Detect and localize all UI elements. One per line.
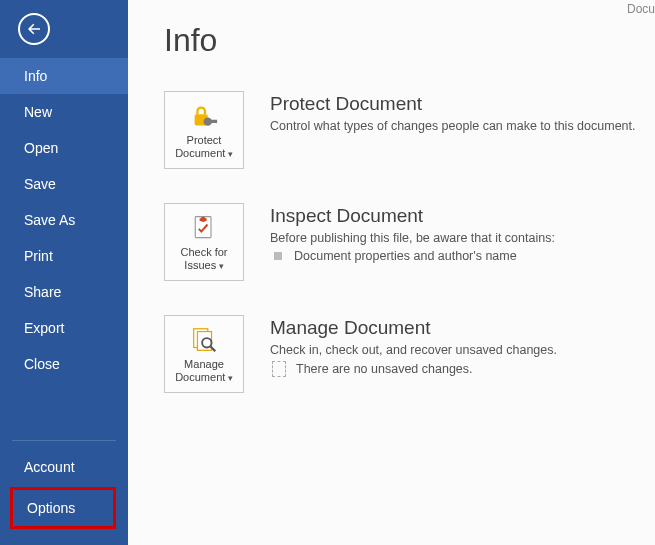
manage-note: There are no unsaved changes. <box>270 361 557 377</box>
section-title: Protect Document <box>270 93 636 115</box>
bullet-text: Document properties and author's name <box>294 249 517 263</box>
section-desc: Check in, check out, and recover unsaved… <box>270 343 557 357</box>
sidebar-item-label: Open <box>24 140 58 156</box>
sidebar-separator <box>12 440 116 441</box>
tile-label: Manage Document <box>165 358 243 383</box>
sidebar-item-label: Info <box>24 68 47 84</box>
section-text: Manage Document Check in, check out, and… <box>270 315 557 377</box>
sidebar-item-new[interactable]: New <box>0 94 128 130</box>
sidebar-item-close[interactable]: Close <box>0 346 128 382</box>
sidebar-item-account[interactable]: Account <box>0 449 128 485</box>
sidebar-item-label: Save As <box>24 212 75 228</box>
bullet-icon <box>274 252 282 260</box>
check-for-issues-button[interactable]: Check for Issues <box>164 203 244 281</box>
doc-title-partial: Docu <box>627 2 655 16</box>
protect-document-button[interactable]: Protect Document <box>164 91 244 169</box>
sidebar-item-save[interactable]: Save <box>0 166 128 202</box>
section-inspect: Check for Issues Inspect Document Before… <box>164 203 647 281</box>
unsaved-doc-icon <box>272 361 286 377</box>
section-text: Protect Document Control what types of c… <box>270 91 636 133</box>
page-title: Info <box>164 22 647 59</box>
sidebar-item-options[interactable]: Options <box>13 490 113 526</box>
section-title: Inspect Document <box>270 205 555 227</box>
manage-document-button[interactable]: Manage Document <box>164 315 244 393</box>
document-magnify-icon <box>188 324 220 356</box>
sidebar-item-open[interactable]: Open <box>0 130 128 166</box>
sidebar-bottom: Account Options <box>0 434 128 529</box>
svg-rect-2 <box>211 120 218 123</box>
sidebar-item-label: Account <box>24 459 75 475</box>
sidebar-items: Info New Open Save Save As Print Share E… <box>0 58 128 382</box>
inspect-bullet: Document properties and author's name <box>270 249 555 263</box>
svg-rect-5 <box>200 219 207 222</box>
sidebar-item-label: Options <box>27 500 75 516</box>
sidebar-item-info[interactable]: Info <box>0 58 128 94</box>
sidebar-item-print[interactable]: Print <box>0 238 128 274</box>
sidebar-item-label: Share <box>24 284 61 300</box>
back-button[interactable] <box>18 13 50 45</box>
backstage-sidebar: Info New Open Save Save As Print Share E… <box>0 0 128 545</box>
document-check-icon <box>188 212 220 244</box>
arrow-left-icon <box>25 20 43 38</box>
main-panel: Docu Info Protect Document Protect Docum… <box>128 0 655 545</box>
section-protect: Protect Document Protect Document Contro… <box>164 91 647 169</box>
sidebar-item-label: Export <box>24 320 64 336</box>
tile-label: Protect Document <box>165 134 243 159</box>
lock-key-icon <box>188 100 220 132</box>
sidebar-item-label: New <box>24 104 52 120</box>
section-text: Inspect Document Before publishing this … <box>270 203 555 263</box>
sidebar-item-save-as[interactable]: Save As <box>0 202 128 238</box>
back-area <box>0 0 128 58</box>
sidebar-item-export[interactable]: Export <box>0 310 128 346</box>
tile-label: Check for Issues <box>165 246 243 271</box>
section-desc: Control what types of changes people can… <box>270 119 636 133</box>
section-desc: Before publishing this file, be aware th… <box>270 231 555 245</box>
sidebar-item-label: Save <box>24 176 56 192</box>
sidebar-item-label: Close <box>24 356 60 372</box>
sidebar-item-share[interactable]: Share <box>0 274 128 310</box>
section-manage: Manage Document Manage Document Check in… <box>164 315 647 393</box>
sidebar-item-label: Print <box>24 248 53 264</box>
section-title: Manage Document <box>270 317 557 339</box>
note-text: There are no unsaved changes. <box>296 362 473 376</box>
options-highlight: Options <box>10 487 116 529</box>
